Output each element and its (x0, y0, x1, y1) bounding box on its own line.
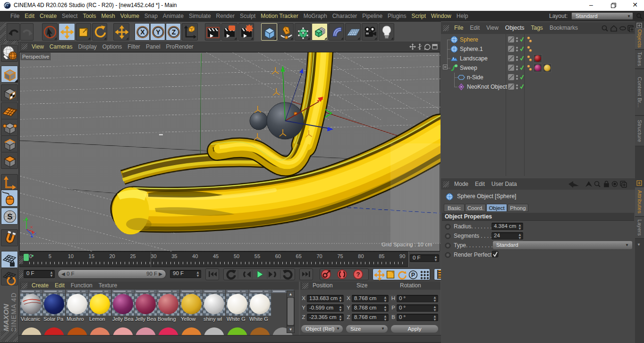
svg-text:?: ? (356, 271, 360, 278)
svg-text:X: X (140, 28, 145, 36)
svg-text:P: P (411, 272, 415, 278)
svg-text:Z: Z (34, 232, 36, 236)
svg-text:Grid Spacing : 10 cm: Grid Spacing : 10 cm (381, 242, 432, 247)
svg-text:Z: Z (172, 28, 176, 36)
svg-text:S: S (7, 212, 12, 221)
svg-text:Y: Y (156, 28, 161, 36)
svg-text:X: X (30, 225, 33, 229)
svg-text:Perspective: Perspective (22, 54, 49, 59)
svg-text:Y: Y (23, 218, 25, 223)
